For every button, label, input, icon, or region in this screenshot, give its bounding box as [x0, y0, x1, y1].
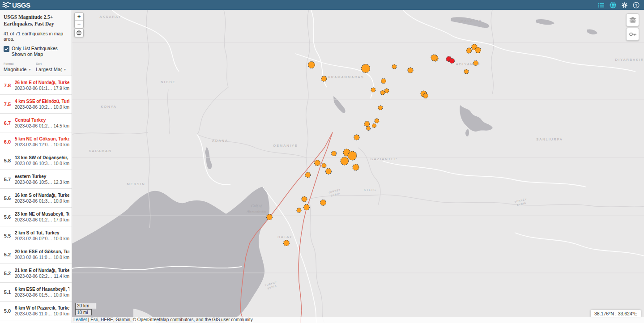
earthquake-marker-orange[interactable]: [353, 164, 359, 170]
event-depth: 12.3 km: [53, 180, 69, 185]
key-icon: [629, 32, 636, 36]
earthquake-marker-red[interactable]: [450, 59, 455, 64]
event-magnitude: 5.0: [0, 308, 15, 314]
legend-list-icon[interactable]: [598, 2, 605, 8]
earthquake-marker-orange[interactable]: [475, 47, 481, 53]
earthquake-marker-orange[interactable]: [378, 106, 383, 110]
earthquake-marker-orange[interactable]: [297, 208, 301, 212]
earthquake-marker-orange[interactable]: [431, 55, 437, 61]
lakes: [205, 17, 597, 169]
event-depth: 17.0 km: [53, 217, 69, 222]
earthquake-marker-orange[interactable]: [372, 124, 376, 128]
earthquake-list-item[interactable]: 5.220 km ESE of Göksun, Tur…2023-02-06 1…: [0, 245, 72, 264]
earthquake-list-item[interactable]: 5.52 km S of Tut, Turkey2023-02-06 02:0……: [0, 226, 72, 245]
earthquake-marker-orange[interactable]: [381, 79, 386, 84]
event-magnitude: 7.8: [0, 83, 15, 88]
earthquake-marker-orange[interactable]: [371, 88, 375, 92]
only-list-shown-label: Only List Earthquakes Shown on Map: [12, 46, 68, 57]
event-time: 2023-02-06 12:0…: [15, 142, 52, 147]
earthquake-list-item[interactable]: 5.0eastern Turkey2023-02-06 04:1…14.5 km: [0, 320, 72, 323]
place-label: NIGDE: [161, 80, 176, 84]
earthquake-marker-orange[interactable]: [364, 121, 370, 127]
earthquake-list-item[interactable]: 7.826 km E of Nurdağı, Turkey2023-02-06 …: [0, 76, 72, 95]
earthquake-marker-orange[interactable]: [315, 160, 320, 166]
earthquake-marker-orange[interactable]: [384, 89, 389, 93]
event-title: 6 km W of Pazarcık, Turkey: [15, 306, 69, 310]
earthquake-marker-orange[interactable]: [354, 135, 359, 140]
earthquake-list-item[interactable]: 6.05 km NE of Göksun, Turkey2023-02-06 1…: [0, 132, 72, 151]
usgs-logo[interactable]: USGS: [2, 1, 30, 9]
event-depth: 14.5 km: [53, 123, 69, 128]
event-time: 2023-02-06 11:0…: [15, 255, 52, 260]
earthquake-list-item[interactable]: 5.06 km W of Pazarcık, Turkey2023-02-06 …: [0, 302, 72, 320]
border-label: TURKEYSYRIA: [264, 280, 278, 290]
earthquake-marker-orange[interactable]: [308, 62, 315, 68]
sort-select[interactable]: Sort Largest Mag… ▾: [36, 62, 68, 72]
layers-button[interactable]: [626, 13, 639, 26]
place-label: KILIS: [364, 188, 376, 192]
format-select[interactable]: Format Magnitude ▾: [4, 62, 36, 72]
earthquake-marker-orange[interactable]: [392, 64, 397, 69]
earthquake-marker-orange[interactable]: [464, 69, 469, 74]
place-label: ADANA: [212, 139, 228, 143]
event-title: eastern Turkey: [15, 174, 69, 179]
globe-icon[interactable]: [610, 2, 616, 8]
earthquake-list-item[interactable]: 7.54 km SSE of Ekinözü, Turk…2023-02-06 …: [0, 95, 72, 114]
earthquake-marker-orange[interactable]: [322, 163, 326, 168]
reset-view-button[interactable]: [74, 29, 84, 37]
event-title: 6 km ESE of Hasanbeyli, T…: [15, 287, 69, 292]
only-list-shown-checkbox[interactable]: [4, 46, 9, 52]
earthquake-list-item[interactable]: 5.16 km ESE of Hasanbeyli, T…2023-02-06 …: [0, 283, 72, 302]
event-time: 2023-02-06 11:0…: [15, 311, 52, 316]
place-label: MALATYA: [461, 19, 482, 23]
earthquake-marker-orange[interactable]: [348, 151, 357, 160]
earthquake-marker-orange[interactable]: [362, 64, 370, 73]
leaflet-map[interactable]: AKSARAYMALATYADIYARBAKIRNIGDEKAHRAMANMAR…: [72, 10, 644, 323]
earthquake-marker-orange[interactable]: [408, 68, 413, 73]
event-depth: 10.0 km: [53, 142, 69, 147]
earthquake-marker-orange[interactable]: [284, 240, 290, 246]
earthquake-marker-orange[interactable]: [341, 157, 349, 165]
zoom-out-button[interactable]: −: [75, 21, 83, 28]
earthquake-list-item[interactable]: 6.7Central Turkey2023-02-06 01:2…14.5 km: [0, 114, 72, 132]
earthquake-list-item[interactable]: 5.623 km NE of Musabeyli, Tu…2023-02-06 …: [0, 208, 72, 226]
earthquake-list-item[interactable]: 5.221 km E of Nurdağı, Turkey2023-02-06 …: [0, 264, 72, 283]
earthquake-marker-orange[interactable]: [367, 127, 371, 131]
event-magnitude: 5.6: [0, 214, 15, 220]
earthquake-marker-orange[interactable]: [473, 61, 478, 66]
event-title: 26 km E of Nurdağı, Turkey: [15, 80, 69, 85]
place-label: KAHRAMANMARAS: [321, 75, 364, 79]
list-panel-header: USGS Magnitude 2.5+ Earthquakes, Past Da…: [0, 10, 72, 76]
basemap: AKSARAYMALATYADIYARBAKIRNIGDEKAHRAMANMAR…: [72, 10, 644, 323]
earthquake-marker-orange[interactable]: [321, 76, 327, 81]
earthquake-markers[interactable]: [267, 44, 481, 246]
earthquake-marker-orange[interactable]: [304, 204, 310, 210]
legend-key-button[interactable]: [626, 28, 639, 41]
event-time: 2023-02-06 10:5…: [15, 180, 52, 185]
map-attribution: Leaflet | Esri, HERE, Garmin, © OpenStre…: [72, 317, 644, 323]
earthquake-marker-orange[interactable]: [466, 48, 472, 53]
earthquake-marker-orange[interactable]: [320, 200, 326, 206]
check-icon: [4, 47, 9, 51]
mediterranean-sea: [72, 187, 269, 323]
earthquake-list-item[interactable]: 5.813 km SW of Doğanşehir, …2023-02-06 1…: [0, 151, 72, 170]
place-label: GAZIANTEP: [371, 157, 398, 161]
earthquake-list-item[interactable]: 5.7eastern Turkey2023-02-06 10:5…12.3 km: [0, 170, 72, 189]
earthquake-marker-orange[interactable]: [423, 94, 428, 98]
settings-gear-icon[interactable]: [621, 2, 628, 8]
leaflet-link[interactable]: Leaflet: [73, 317, 87, 322]
usgs-wave-icon: [2, 2, 11, 8]
earthquake-marker-orange[interactable]: [375, 119, 379, 123]
event-time: 2023-02-06 01:1…: [15, 86, 52, 91]
event-title: 20 km ESE of Göksun, Tur…: [15, 249, 69, 254]
earthquake-marker-orange[interactable]: [302, 196, 307, 202]
help-icon[interactable]: ?: [633, 2, 640, 8]
earthquake-marker-orange[interactable]: [267, 214, 273, 220]
format-label: Format: [4, 62, 36, 65]
mouse-coordinates: 38.176°N : 33.624°E: [591, 310, 641, 317]
earthquake-list-item[interactable]: 5.616 km S of Nurdağı, Turkey2023-02-06 …: [0, 189, 72, 208]
earthquake-marker-orange[interactable]: [326, 169, 332, 174]
earthquake-marker-orange[interactable]: [305, 172, 311, 178]
zoom-in-button[interactable]: +: [75, 13, 83, 21]
earthquake-marker-orange[interactable]: [332, 151, 337, 156]
